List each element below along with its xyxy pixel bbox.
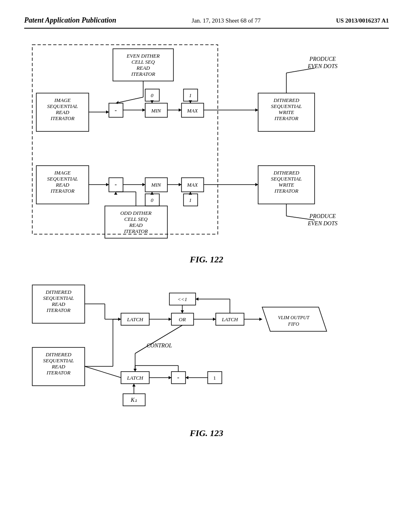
svg-text:EVEN DITHER: EVEN DITHER xyxy=(126,53,160,59)
svg-text:CONTROL: CONTROL xyxy=(146,343,172,349)
svg-text:<<1: <<1 xyxy=(177,296,187,302)
svg-marker-57 xyxy=(142,183,145,186)
svg-text:MAX: MAX xyxy=(187,108,198,114)
fig122-svg: EVEN DITHER CELL SEQ READ ITERATOR IMAGE… xyxy=(24,41,387,242)
svg-text:-: - xyxy=(115,107,117,114)
svg-text:SEQUENTIAL: SEQUENTIAL xyxy=(43,295,74,301)
svg-text:SEQUENTIAL: SEQUENTIAL xyxy=(43,357,74,364)
svg-text:MIN: MIN xyxy=(151,108,161,114)
svg-text:DITHERED: DITHERED xyxy=(45,351,71,357)
fig123-section: DITHERED SEQUENTIAL READ ITERATOR DITHER… xyxy=(24,273,389,438)
svg-text:-: - xyxy=(177,374,179,381)
svg-text:SEQUENTIAL: SEQUENTIAL xyxy=(271,103,302,109)
svg-text:PRODUCE: PRODUCE xyxy=(309,56,336,62)
fig122-diagram: EVEN DITHER CELL SEQ READ ITERATOR IMAGE… xyxy=(24,41,389,250)
svg-text:-: - xyxy=(115,181,117,188)
svg-marker-69 xyxy=(189,192,192,195)
publication-date-sheet: Jan. 17, 2013 Sheet 68 of 77 xyxy=(192,17,261,24)
svg-text:CELL SEQ: CELL SEQ xyxy=(124,216,148,222)
svg-text:ITERATOR: ITERATOR xyxy=(50,115,74,121)
svg-text:LATCH: LATCH xyxy=(127,375,144,381)
fig122-label: FIG. 122 xyxy=(24,254,389,265)
svg-text:READ: READ xyxy=(51,301,65,307)
svg-marker-140 xyxy=(186,376,188,379)
svg-line-150 xyxy=(135,325,182,353)
svg-text:LATCH: LATCH xyxy=(221,316,238,322)
fig123-svg: DITHERED SEQUENTIAL READ ITERATOR DITHER… xyxy=(24,273,387,418)
svg-text:DITHERED: DITHERED xyxy=(273,97,299,103)
svg-text:OR: OR xyxy=(179,316,186,322)
svg-text:WRITE: WRITE xyxy=(279,182,294,188)
svg-marker-78 xyxy=(114,192,117,195)
svg-marker-31 xyxy=(150,100,154,103)
svg-marker-14 xyxy=(106,110,109,114)
svg-marker-148 xyxy=(132,384,136,387)
svg-text:READ: READ xyxy=(129,222,143,228)
svg-text:WRITE: WRITE xyxy=(279,109,294,115)
fig123-diagram: DITHERED SEQUENTIAL READ ITERATOR DITHER… xyxy=(24,273,389,426)
svg-marker-116 xyxy=(213,318,216,321)
svg-text:MIN: MIN xyxy=(151,182,161,188)
svg-marker-136 xyxy=(169,376,171,379)
svg-text:MAX: MAX xyxy=(187,182,198,188)
svg-text:0: 0 xyxy=(151,92,154,98)
svg-text:DITHERED: DITHERED xyxy=(273,170,299,176)
svg-text:READ: READ xyxy=(55,109,69,115)
svg-text:READ: READ xyxy=(136,65,150,71)
svg-text:ITERATOR: ITERATOR xyxy=(46,370,70,376)
svg-text:READ: READ xyxy=(55,182,69,188)
svg-text:ITERATOR: ITERATOR xyxy=(46,307,70,313)
svg-marker-85 xyxy=(255,183,258,186)
svg-text:ITERATOR: ITERATOR xyxy=(50,188,74,194)
svg-text:SEQUENTIAL: SEQUENTIAL xyxy=(47,176,78,182)
svg-text:VLIM OUTPUT: VLIM OUTPUT xyxy=(278,315,310,320)
svg-text:K₁: K₁ xyxy=(130,397,137,403)
svg-line-44 xyxy=(286,68,315,73)
svg-text:PRODUCE: PRODUCE xyxy=(309,213,336,219)
svg-marker-21 xyxy=(142,108,145,112)
svg-text:IMAGE: IMAGE xyxy=(54,170,71,176)
svg-text:CELL SEQ: CELL SEQ xyxy=(131,59,155,65)
svg-text:SEQUENTIAL: SEQUENTIAL xyxy=(47,103,78,109)
svg-marker-40 xyxy=(255,108,258,112)
svg-marker-120 xyxy=(181,310,184,313)
svg-marker-123 xyxy=(196,297,198,301)
svg-text:ITERATOR: ITERATOR xyxy=(274,188,298,194)
page: Patent Application Publication Jan. 17, … xyxy=(0,0,413,532)
publication-number: US 2013/0016237 A1 xyxy=(336,17,389,24)
svg-text:ITERATOR: ITERATOR xyxy=(123,228,148,234)
svg-marker-25 xyxy=(179,108,181,112)
svg-marker-61 xyxy=(179,183,181,186)
svg-marker-128 xyxy=(259,318,262,321)
svg-text:ITERATOR: ITERATOR xyxy=(274,115,298,121)
svg-marker-67 xyxy=(150,192,154,195)
svg-text:1: 1 xyxy=(213,375,216,381)
svg-text:ODD DITHER: ODD DITHER xyxy=(120,210,152,216)
svg-line-132 xyxy=(85,366,121,378)
svg-marker-53 xyxy=(106,183,109,186)
svg-text:0: 0 xyxy=(151,197,154,203)
svg-text:1: 1 xyxy=(189,197,192,203)
svg-text:FIFO: FIFO xyxy=(288,321,299,327)
svg-text:EVEN DOTS: EVEN DOTS xyxy=(307,220,338,227)
svg-text:SEQUENTIAL: SEQUENTIAL xyxy=(271,176,302,182)
svg-text:IMAGE: IMAGE xyxy=(54,97,71,103)
svg-marker-112 xyxy=(169,318,171,321)
publication-title: Patent Application Publication xyxy=(24,16,116,25)
svg-marker-33 xyxy=(189,100,192,103)
svg-line-16 xyxy=(116,97,143,103)
fig122-section: EVEN DITHER CELL SEQ READ ITERATOR IMAGE… xyxy=(24,41,389,265)
svg-text:1: 1 xyxy=(189,92,192,98)
svg-marker-17 xyxy=(116,101,119,104)
svg-text:DITHERED: DITHERED xyxy=(45,289,71,295)
svg-text:READ: READ xyxy=(51,364,65,370)
svg-text:ITERATOR: ITERATOR xyxy=(131,71,155,77)
fig123-label: FIG. 123 xyxy=(24,428,389,438)
page-header: Patent Application Publication Jan. 17, … xyxy=(24,16,389,29)
svg-text:LATCH: LATCH xyxy=(127,316,144,322)
